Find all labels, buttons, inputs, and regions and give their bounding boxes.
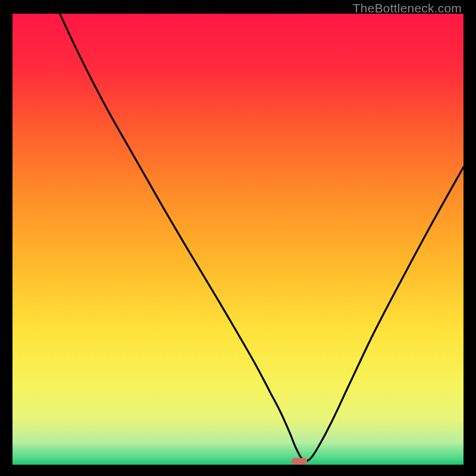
bottleneck-chart (12, 14, 464, 465)
watermark-label: TheBottleneck.com (353, 1, 462, 15)
gradient-background (12, 14, 464, 465)
chart-frame (12, 14, 464, 465)
bottleneck-marker (292, 458, 307, 464)
